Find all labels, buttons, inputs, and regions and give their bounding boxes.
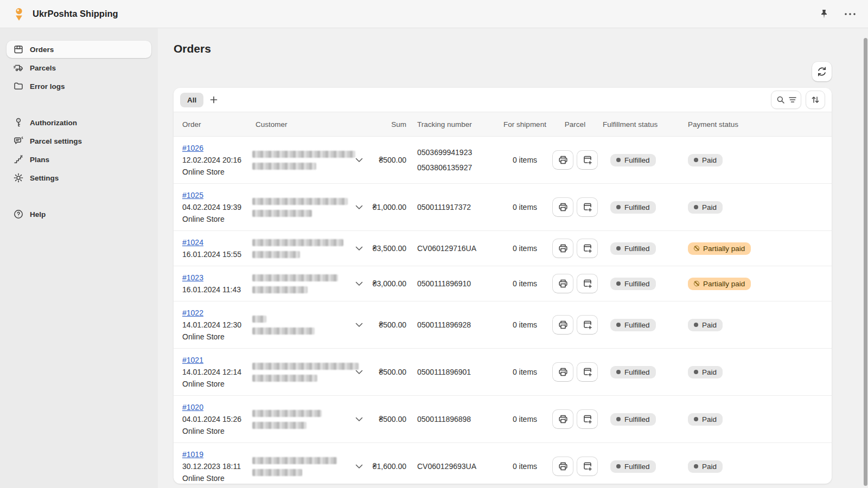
- fulfillment-status-label: Fulfilled: [624, 245, 650, 253]
- payment-status-cell: Partially paid: [673, 242, 832, 255]
- tab-all[interactable]: All: [180, 93, 203, 107]
- order-channel: Online Store: [182, 472, 252, 484]
- row-expand-button[interactable]: [353, 460, 365, 472]
- create-parcel-button[interactable]: [577, 457, 598, 476]
- parcel-cell: [551, 150, 599, 170]
- sidebar-item-settings[interactable]: Settings: [7, 169, 151, 187]
- for-shipment-cell: 0 items: [499, 203, 551, 211]
- row-expand-button[interactable]: [353, 201, 365, 213]
- column-header-fulfillment-status[interactable]: Fulfillment status: [599, 120, 673, 129]
- payment-status-badge: Paid: [688, 366, 723, 378]
- sidebar-item-error-logs[interactable]: Error logs: [7, 78, 151, 95]
- table-header-row: Order Customer Sum Tracking number For s…: [174, 112, 832, 137]
- customer-cell: [252, 363, 372, 382]
- sidebar-item-orders[interactable]: Orders: [7, 41, 151, 58]
- row-expand-button[interactable]: [353, 154, 365, 166]
- ellipsis-menu-icon[interactable]: [844, 8, 856, 20]
- sidebar-item-authorization[interactable]: Authorization: [7, 114, 151, 131]
- column-header-parcel[interactable]: Parcel: [551, 120, 599, 129]
- customer-redacted-line: [252, 251, 300, 258]
- sidebar-item-parcels[interactable]: Parcels: [7, 59, 151, 76]
- create-parcel-button[interactable]: [577, 239, 598, 258]
- customer-cell: [252, 151, 372, 170]
- print-label-button[interactable]: [552, 274, 573, 293]
- orders-card: All: [174, 88, 832, 484]
- status-dot-icon: [616, 205, 621, 209]
- print-label-button[interactable]: [552, 362, 573, 382]
- sidebar-item-plans[interactable]: Plans: [7, 151, 151, 168]
- create-parcel-button[interactable]: [577, 315, 598, 335]
- sum-cell: ₴500.00: [372, 368, 410, 376]
- search-filter-button[interactable]: [771, 91, 801, 109]
- create-parcel-button[interactable]: [577, 274, 598, 293]
- printer-icon: [558, 243, 569, 254]
- create-parcel-button[interactable]: [577, 409, 598, 429]
- column-header-customer[interactable]: Customer: [252, 120, 372, 129]
- printer-icon: [558, 367, 569, 377]
- column-header-payment-status[interactable]: Payment status: [673, 120, 832, 129]
- sum-cell: ₴3,000.00: [372, 279, 410, 288]
- refresh-button[interactable]: [812, 62, 832, 81]
- fulfillment-status-badge: Fulfilled: [610, 366, 656, 378]
- customer-redacted-name: [252, 410, 353, 429]
- order-number-link[interactable]: #1019: [182, 450, 203, 459]
- row-expand-button[interactable]: [353, 366, 365, 378]
- create-parcel-button[interactable]: [577, 362, 598, 382]
- order-date: 14.01.2024 12:30: [182, 319, 252, 331]
- pushpin-icon[interactable]: [818, 8, 830, 20]
- add-tab-button[interactable]: [206, 92, 222, 108]
- column-header-sum[interactable]: Sum: [372, 120, 410, 129]
- fulfillment-status-cell: Fulfilled: [599, 366, 673, 378]
- column-header-order[interactable]: Order: [174, 120, 252, 129]
- customer-cell: [252, 457, 372, 476]
- sidebar-item-label: Parcel settings: [30, 137, 82, 145]
- sidebar-item-help[interactable]: Help: [7, 206, 151, 223]
- print-label-button[interactable]: [552, 457, 573, 476]
- row-expand-button[interactable]: [353, 319, 365, 331]
- sidebar-item-parcel-settings[interactable]: Parcel settings: [7, 132, 151, 150]
- customer-redacted-line: [252, 210, 312, 217]
- order-number-link[interactable]: #1026: [182, 144, 203, 152]
- create-parcel-button[interactable]: [577, 197, 598, 217]
- fulfillment-status-label: Fulfilled: [624, 368, 650, 376]
- order-number-link[interactable]: #1023: [182, 273, 203, 282]
- printer-icon: [558, 319, 569, 330]
- fulfillment-status-cell: Fulfilled: [599, 242, 673, 255]
- parcel-cell: [551, 362, 599, 382]
- column-header-for-shipment[interactable]: For shipment: [499, 120, 551, 129]
- fulfillment-status-label: Fulfilled: [624, 156, 650, 164]
- chevron-down-icon: [355, 370, 363, 375]
- row-expand-button[interactable]: [353, 242, 365, 254]
- help-icon: [13, 209, 24, 220]
- sidebar-item-label: Help: [30, 210, 46, 219]
- fulfillment-status-badge: Fulfilled: [610, 319, 656, 331]
- page-plus-icon: [582, 461, 593, 472]
- order-number-link[interactable]: #1024: [182, 238, 203, 247]
- order-number-link[interactable]: #1020: [182, 403, 203, 412]
- print-label-button[interactable]: [552, 239, 573, 258]
- print-label-button[interactable]: [552, 315, 573, 335]
- tracking-cell: 0500111917372: [410, 203, 499, 211]
- customer-redacted-line: [252, 239, 343, 246]
- print-label-button[interactable]: [552, 197, 573, 217]
- sort-button[interactable]: [806, 91, 825, 109]
- order-cell: #1021 14.01.2024 12:14 Online Store: [174, 354, 252, 390]
- fulfillment-status-cell: Fulfilled: [599, 460, 673, 473]
- order-number-link[interactable]: #1021: [182, 356, 203, 364]
- print-label-button[interactable]: [552, 150, 573, 170]
- scrollbar-thumb[interactable]: [864, 38, 867, 486]
- slashed-circle-icon: [694, 246, 699, 251]
- column-header-tracking[interactable]: Tracking number: [410, 120, 499, 129]
- order-number-link[interactable]: #1025: [182, 191, 203, 200]
- vertical-scrollbar[interactable]: [863, 28, 868, 488]
- customer-redacted-name: [252, 363, 353, 382]
- row-expand-button[interactable]: [353, 278, 365, 290]
- order-date: 04.02.2024 19:39: [182, 201, 252, 213]
- for-shipment-cell: 0 items: [499, 415, 551, 423]
- create-parcel-button[interactable]: [577, 150, 598, 170]
- print-label-button[interactable]: [552, 409, 573, 429]
- order-number-link[interactable]: #1022: [182, 309, 203, 317]
- customer-redacted-line: [252, 457, 337, 464]
- row-expand-button[interactable]: [353, 413, 365, 425]
- sidebar-section-gap: [0, 188, 158, 204]
